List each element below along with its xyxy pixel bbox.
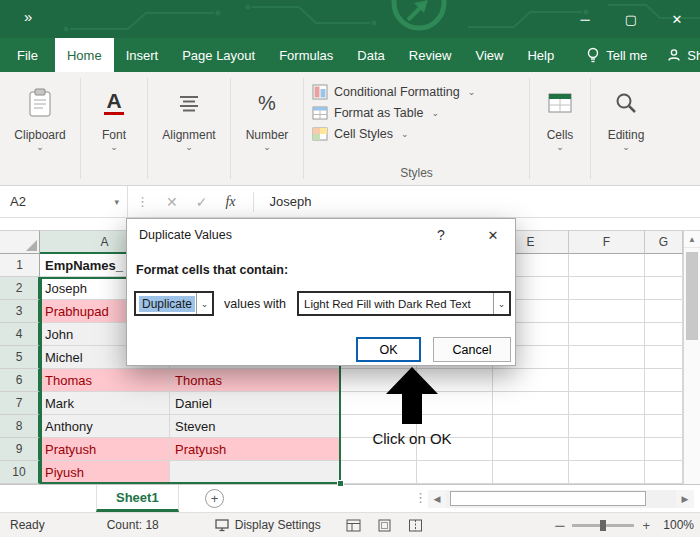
fill-handle[interactable]: [337, 480, 344, 487]
cancel-button[interactable]: Cancel: [433, 337, 511, 362]
grid-cell[interactable]: [341, 369, 417, 392]
row-header-1[interactable]: 1: [0, 254, 40, 277]
cells-group[interactable]: Cells ⌄: [530, 72, 590, 185]
grid-cell[interactable]: [341, 392, 417, 415]
cell-a7[interactable]: Mark: [40, 392, 170, 415]
cell-b8[interactable]: Steven: [170, 415, 341, 438]
tab-insert[interactable]: Insert: [114, 38, 171, 72]
grid-cell[interactable]: [569, 415, 645, 438]
quick-access-chevrons-icon[interactable]: »: [24, 8, 32, 25]
row-header-2[interactable]: 2: [0, 277, 40, 300]
tell-me-search[interactable]: Tell me: [576, 38, 657, 72]
minimize-button[interactable]: ─: [562, 0, 608, 38]
grid-cell[interactable]: [493, 461, 569, 484]
grid-cell[interactable]: [645, 323, 683, 346]
row-header-4[interactable]: 4: [0, 323, 40, 346]
grid-cell[interactable]: [417, 438, 493, 461]
tab-page-layout[interactable]: Page Layout: [170, 38, 267, 72]
select-all-corner[interactable]: [0, 230, 40, 254]
maximize-button[interactable]: ▢: [608, 0, 654, 38]
chevron-down-icon[interactable]: ⌄: [196, 293, 212, 314]
tab-review[interactable]: Review: [397, 38, 464, 72]
display-settings-button[interactable]: Display Settings: [215, 518, 321, 532]
row-header-6[interactable]: 6: [0, 369, 40, 392]
normal-view-icon[interactable]: [346, 519, 361, 532]
tab-help[interactable]: Help: [515, 38, 566, 72]
grid-cell[interactable]: [569, 369, 645, 392]
grid-cell[interactable]: [645, 415, 683, 438]
close-button[interactable]: ✕: [654, 0, 700, 38]
row-header-9[interactable]: 9: [0, 438, 40, 461]
insert-function-button[interactable]: fx: [225, 194, 235, 210]
grid-cell[interactable]: [645, 369, 683, 392]
grid-cell[interactable]: [341, 438, 417, 461]
grid-cell[interactable]: [569, 277, 645, 300]
column-header-f[interactable]: F: [569, 230, 645, 254]
sheet-bar-splitter[interactable]: ⋮: [414, 490, 427, 505]
name-box[interactable]: A2 ▾: [0, 186, 128, 217]
editing-group[interactable]: Editing ⌄: [591, 72, 661, 185]
formula-bar-input[interactable]: Joseph: [262, 194, 312, 209]
cell-styles-button[interactable]: Cell Styles ⌄: [312, 123, 409, 144]
dialog-help-button[interactable]: ?: [429, 223, 453, 247]
tab-data[interactable]: Data: [345, 38, 396, 72]
page-layout-view-icon[interactable]: [377, 519, 392, 532]
format-as-table-button[interactable]: Format as Table ⌄: [312, 102, 439, 123]
grid-cell[interactable]: [645, 254, 683, 277]
grid-cell[interactable]: [493, 392, 569, 415]
cell-a10[interactable]: Piyush: [40, 461, 170, 484]
cancel-entry-icon[interactable]: ✕: [166, 194, 178, 210]
formula-bar-splitter[interactable]: ⋮: [136, 194, 149, 209]
grid-cell[interactable]: [645, 392, 683, 415]
tab-home[interactable]: Home: [55, 38, 114, 72]
horizontal-scrollbar-track[interactable]: [446, 490, 676, 508]
tab-view[interactable]: View: [463, 38, 515, 72]
vertical-scrollbar-thumb[interactable]: [686, 252, 698, 340]
grid-cell[interactable]: [569, 461, 645, 484]
scroll-right-icon[interactable]: ▶: [676, 490, 694, 508]
zoom-level[interactable]: 100%: [658, 518, 694, 532]
duplicate-dropdown[interactable]: Duplicate ⌄: [134, 291, 214, 316]
row-header-5[interactable]: 5: [0, 346, 40, 369]
zoom-out-button[interactable]: ─: [555, 518, 564, 533]
number-group[interactable]: % Number ⌄: [231, 72, 303, 185]
cell-b9[interactable]: Pratyush: [170, 438, 341, 461]
grid-cell[interactable]: [569, 346, 645, 369]
row-header-8[interactable]: 8: [0, 415, 40, 438]
font-group[interactable]: A Font ⌄: [81, 72, 147, 185]
cell-b6[interactable]: Thomas: [170, 369, 341, 392]
scroll-left-icon[interactable]: ◀: [428, 490, 446, 508]
column-header-g[interactable]: G: [645, 230, 683, 254]
cell-a6[interactable]: Thomas: [40, 369, 170, 392]
format-style-dropdown[interactable]: Light Red Fill with Dark Red Text ⌄: [297, 291, 511, 316]
zoom-slider-thumb[interactable]: [600, 520, 606, 531]
grid-cell[interactable]: [493, 369, 569, 392]
zoom-in-button[interactable]: +: [642, 518, 650, 533]
enter-entry-icon[interactable]: ✓: [196, 194, 208, 210]
conditional-formatting-button[interactable]: Conditional Formatting ⌄: [312, 81, 475, 102]
alignment-group[interactable]: Alignment ⌄: [148, 72, 230, 185]
row-header-7[interactable]: 7: [0, 392, 40, 415]
grid-cell[interactable]: [417, 415, 493, 438]
grid-cell[interactable]: [569, 438, 645, 461]
grid-cell[interactable]: [645, 300, 683, 323]
grid-cell[interactable]: [417, 369, 493, 392]
grid-cell[interactable]: [417, 392, 493, 415]
tab-formulas[interactable]: Formulas: [267, 38, 345, 72]
sheet-tab-sheet1[interactable]: Sheet1: [96, 485, 179, 512]
grid-cell[interactable]: [569, 392, 645, 415]
share-button[interactable]: Share: [657, 38, 700, 72]
zoom-slider[interactable]: [572, 524, 634, 527]
cell-a9[interactable]: Pratyush: [40, 438, 170, 461]
grid-cell[interactable]: [493, 415, 569, 438]
new-sheet-button[interactable]: +: [205, 489, 224, 508]
dialog-close-button[interactable]: ✕: [479, 223, 507, 247]
grid-cell[interactable]: [341, 461, 417, 484]
row-header-3[interactable]: 3: [0, 300, 40, 323]
vertical-scrollbar[interactable]: ▲: [683, 230, 700, 484]
grid-cell[interactable]: [569, 254, 645, 277]
cell-b10[interactable]: [170, 461, 341, 484]
grid-cell[interactable]: [645, 461, 683, 484]
clipboard-group[interactable]: Clipboard ⌄: [0, 72, 80, 185]
grid-cell[interactable]: [417, 461, 493, 484]
